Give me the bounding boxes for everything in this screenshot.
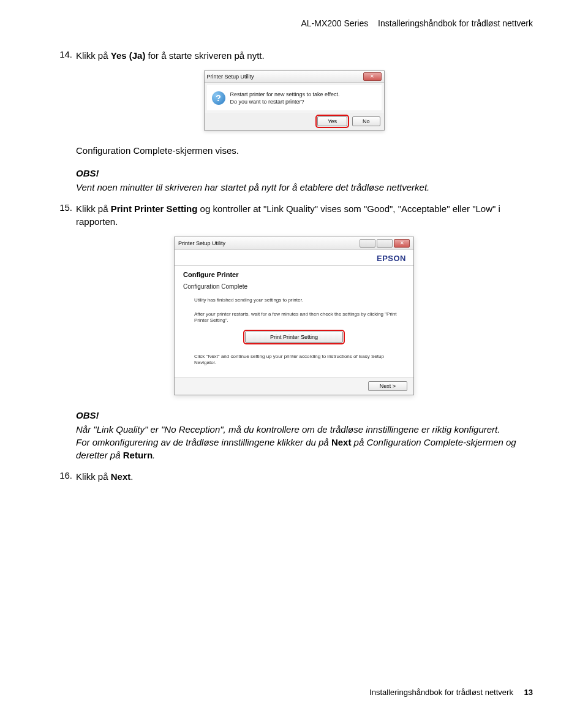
- series-label: AL-MX200 Series: [301, 18, 368, 28]
- brand-label: EPSON: [175, 250, 413, 265]
- question-icon: ?: [212, 91, 225, 105]
- print-printer-setting-button[interactable]: Print Printer Setting: [245, 332, 343, 343]
- dialog-msg-line1: Restart printer for new settings to take…: [230, 91, 340, 99]
- after-step-14: Configuration Complete-skjermen vises. O…: [76, 144, 533, 194]
- dialog-title: Printer Setup Utility: [207, 74, 254, 80]
- no-button[interactable]: No: [352, 116, 380, 126]
- step-14-bold: Yes (Ja): [111, 50, 146, 61]
- obs-body-2: Når "Link Quality" er "No Reception", må…: [76, 423, 533, 461]
- dialog2-line2: After your printer restarts, wait for a …: [183, 311, 405, 324]
- dialog2-title: Printer Setup Utility: [178, 240, 225, 246]
- step-14-post: for å starte skriveren på nytt.: [145, 50, 264, 61]
- doc-title: Installeringshåndbok for trådløst nettve…: [378, 18, 533, 28]
- config-complete-heading: Configuration Complete: [183, 283, 405, 290]
- obs-heading-1: OBS!: [76, 167, 533, 180]
- step-16-bold: Next: [111, 471, 131, 482]
- step-14-num: 14.: [55, 49, 76, 62]
- dialog-titlebar: Printer Setup Utility: [205, 71, 384, 83]
- obs-body-1: Vent noen minutter til skriveren har sta…: [76, 181, 533, 194]
- step-16-num: 16.: [55, 470, 76, 483]
- step-14: 14. Klikk på Yes (Ja) for å starte skriv…: [55, 49, 533, 62]
- after-step-15: OBS! Når "Link Quality" er "No Reception…: [76, 409, 533, 461]
- configure-printer-heading: Configure Printer: [183, 271, 405, 278]
- obs2-pre: For omkonfigurering av de trådløse innst…: [76, 437, 331, 447]
- yes-button[interactable]: Yes: [317, 116, 347, 126]
- footer-text: Installeringshåndbok for trådløst nettve…: [369, 688, 513, 697]
- step-15-pre: Klikk på: [76, 203, 111, 214]
- step-14-pre: Klikk på: [76, 50, 111, 61]
- page-footer: Installeringshåndbok for trådløst nettve…: [369, 688, 533, 697]
- step-15: 15. Klikk på Print Printer Setting og ko…: [55, 202, 533, 228]
- step-15-bold: Print Printer Setting: [111, 203, 198, 214]
- close-icon[interactable]: [363, 72, 382, 81]
- page-header: AL-MX200 Series Installeringshåndbok for…: [55, 18, 533, 28]
- restart-dialog: Printer Setup Utility ? Restart printer …: [204, 70, 385, 131]
- page-number: 13: [524, 688, 533, 697]
- close-icon[interactable]: [394, 239, 410, 248]
- obs2-bold1: Next: [331, 437, 352, 447]
- minimize-icon[interactable]: [360, 239, 375, 248]
- config-complete-line: Configuration Complete-skjermen vises.: [76, 144, 533, 157]
- step-16: 16. Klikk på Next.: [55, 470, 533, 483]
- maximize-icon[interactable]: [377, 239, 393, 248]
- dialog-msg-line2: Do you want to restart printer?: [230, 99, 340, 106]
- obs-heading-2: OBS!: [76, 409, 533, 422]
- step-15-text: Klikk på Print Printer Setting og kontro…: [76, 202, 533, 228]
- dialog2-line3: Click "Next" and continue setting up you…: [183, 354, 405, 366]
- obs2-post: .: [153, 450, 155, 460]
- step-16-pre: Klikk på: [76, 471, 111, 482]
- step-15-num: 15.: [55, 202, 76, 228]
- config-complete-dialog: Printer Setup Utility EPSON Configure Pr…: [174, 237, 414, 395]
- step-16-post: .: [130, 471, 133, 482]
- dialog2-titlebar: Printer Setup Utility: [175, 237, 413, 250]
- dialog2-line1: Utility has finished sending your settin…: [183, 297, 405, 303]
- step-14-text: Klikk på Yes (Ja) for å starte skriveren…: [76, 49, 533, 62]
- next-button[interactable]: Next >: [368, 381, 407, 391]
- dialog-message: Restart printer for new settings to take…: [230, 91, 340, 105]
- obs2-bold2: Return: [123, 450, 153, 460]
- step-16-text: Klikk på Next.: [76, 470, 533, 483]
- obs2-line1: Når "Link Quality" er "No Reception", må…: [76, 424, 500, 435]
